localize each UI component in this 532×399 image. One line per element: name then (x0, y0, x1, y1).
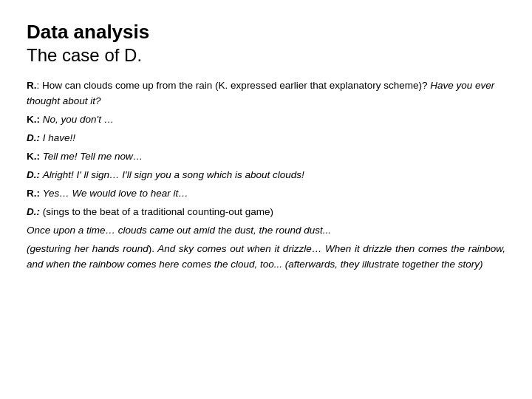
speaker-d-3: D.: (27, 206, 43, 217)
speaker-k-2: K.: (27, 151, 43, 162)
text-7: (sings to the beat of a traditional coun… (43, 206, 273, 217)
line-1: R.: How can clouds come up from the rain… (27, 78, 505, 109)
speaker-d-1: D.: (27, 132, 43, 143)
title-block: Data analysis The case of D. (27, 21, 505, 66)
line-4: K.: Tell me! Tell me now… (27, 149, 505, 165)
speaker-r-1: R. (27, 80, 37, 91)
speaker-d-2: D.: (27, 169, 43, 180)
line-9: (gesturing her hands round). And sky com… (27, 242, 505, 273)
line-8: Once upon a time… clouds came out amid t… (27, 223, 505, 239)
text-3: I have!! (43, 132, 75, 143)
text-5: Alright! I' ll sign… I'll sign you a son… (43, 169, 304, 180)
text-6: Yes… We would love to hear it… (43, 188, 188, 199)
page: Data analysis The case of D. R.: How can… (0, 0, 532, 399)
main-title: Data analysis (27, 21, 505, 44)
subtitle: The case of D. (27, 44, 505, 66)
line-3: D.: I have!! (27, 131, 505, 146)
text-1: : How can clouds come up from the rain (… (37, 80, 431, 91)
line-6: R.: Yes… We would love to hear it… (27, 186, 505, 202)
content-block: R.: How can clouds come up from the rain… (27, 78, 505, 272)
text-4: Tell me! Tell me now… (43, 151, 143, 162)
speaker-r-2: R.: (27, 188, 43, 199)
line-7: D.: (sings to the beat of a traditional … (27, 205, 505, 220)
text-9: (gesturing her hands round). And sky com… (27, 243, 505, 270)
speaker-k-1: K.: (27, 114, 43, 125)
text-2: No, you don't … (43, 114, 114, 125)
text-8: Once upon a time… clouds came out amid t… (27, 225, 331, 236)
line-5: D.: Alright! I' ll sign… I'll sign you a… (27, 168, 505, 183)
line-2: K.: No, you don't … (27, 112, 505, 128)
